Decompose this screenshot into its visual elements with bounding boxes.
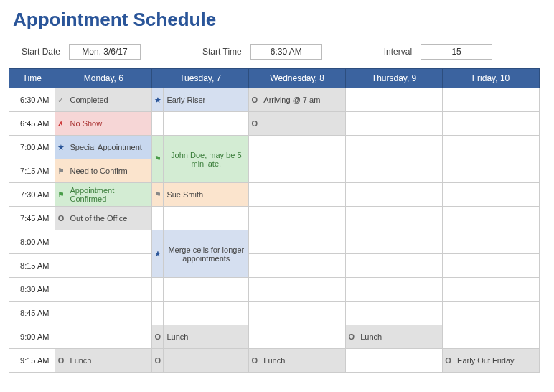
cell-icon[interactable] — [346, 349, 357, 373]
cell[interactable]: Need to Confirm — [67, 159, 152, 183]
cell-icon[interactable] — [249, 159, 260, 183]
cell[interactable] — [357, 88, 443, 112]
cell-icon[interactable] — [443, 207, 454, 230]
cell-icon[interactable] — [443, 112, 454, 136]
cell-icon[interactable] — [152, 207, 164, 230]
cell-icon[interactable] — [443, 230, 454, 254]
cell-icon[interactable]: ⚑ — [55, 159, 67, 183]
cell-icon[interactable]: O — [249, 112, 260, 136]
cell[interactable] — [357, 230, 443, 254]
cell[interactable] — [164, 112, 249, 136]
cell[interactable] — [67, 278, 152, 302]
cell[interactable]: Arriving @ 7 am — [260, 88, 346, 112]
cell-icon[interactable]: O — [346, 325, 357, 349]
cell[interactable] — [357, 207, 443, 230]
cell-icon[interactable] — [346, 254, 357, 278]
cell-icon[interactable]: ⚑ — [152, 136, 164, 183]
cell[interactable]: Early Out Friday — [454, 349, 540, 373]
cell[interactable] — [67, 325, 152, 349]
cell[interactable] — [454, 159, 540, 183]
cell-icon[interactable]: O — [443, 349, 454, 373]
cell-icon[interactable]: O — [249, 88, 260, 112]
cell[interactable]: Appointment Confirmed — [67, 183, 152, 207]
cell-icon[interactable] — [249, 254, 260, 278]
cell[interactable] — [164, 302, 249, 325]
cell-icon[interactable] — [443, 136, 454, 159]
cell-icon[interactable] — [443, 254, 454, 278]
cell[interactable] — [260, 183, 346, 207]
cell-icon[interactable] — [346, 136, 357, 159]
cell[interactable] — [357, 254, 443, 278]
cell[interactable] — [454, 136, 540, 159]
cell[interactable] — [357, 112, 443, 136]
cell[interactable]: John Doe, may be 5 min late. — [164, 136, 249, 183]
cell-icon[interactable]: ✓ — [55, 88, 67, 112]
cell-icon[interactable] — [443, 278, 454, 302]
cell[interactable] — [454, 112, 540, 136]
cell-icon[interactable] — [443, 325, 454, 349]
cell[interactable] — [454, 207, 540, 230]
cell[interactable] — [454, 183, 540, 207]
cell-icon[interactable]: O — [55, 349, 67, 373]
cell-icon[interactable] — [55, 230, 67, 254]
cell-icon[interactable] — [152, 302, 164, 325]
cell[interactable] — [454, 88, 540, 112]
cell-icon[interactable] — [55, 254, 67, 278]
cell-icon[interactable]: O — [249, 349, 260, 373]
cell-icon[interactable]: ★ — [152, 230, 164, 278]
cell[interactable]: Out of the Office — [67, 207, 152, 230]
cell[interactable] — [164, 278, 249, 302]
cell[interactable] — [260, 207, 346, 230]
cell[interactable]: Early Riser — [164, 88, 249, 112]
cell-icon[interactable] — [249, 302, 260, 325]
start-date-input[interactable]: Mon, 3/6/17 — [69, 44, 141, 60]
cell-icon[interactable]: ✗ — [55, 112, 67, 136]
cell-icon[interactable] — [346, 183, 357, 207]
cell[interactable] — [454, 254, 540, 278]
cell-icon[interactable] — [346, 278, 357, 302]
cell-icon[interactable] — [346, 207, 357, 230]
cell[interactable]: Special Appointment — [67, 136, 152, 159]
cell[interactable] — [454, 230, 540, 254]
cell-icon[interactable] — [346, 112, 357, 136]
interval-input[interactable]: 15 — [421, 44, 492, 60]
cell-icon[interactable] — [152, 112, 164, 136]
cell[interactable]: Lunch — [67, 349, 152, 373]
cell[interactable] — [357, 278, 443, 302]
cell[interactable] — [454, 278, 540, 302]
cell-icon[interactable]: ★ — [152, 88, 164, 112]
cell-icon[interactable] — [443, 183, 454, 207]
cell-icon[interactable] — [346, 88, 357, 112]
cell-icon[interactable] — [249, 230, 260, 254]
cell[interactable] — [357, 183, 443, 207]
cell[interactable] — [260, 254, 346, 278]
cell[interactable] — [357, 159, 443, 183]
cell-icon[interactable] — [443, 159, 454, 183]
cell[interactable] — [260, 112, 346, 136]
cell-icon[interactable] — [346, 302, 357, 325]
cell[interactable] — [260, 278, 346, 302]
cell[interactable]: No Show — [67, 112, 152, 136]
cell-icon[interactable]: O — [55, 207, 67, 230]
cell[interactable]: Lunch — [357, 325, 443, 349]
cell[interactable] — [454, 325, 540, 349]
cell[interactable] — [357, 302, 443, 325]
cell[interactable]: Sue Smith — [164, 183, 249, 207]
cell-icon[interactable] — [443, 302, 454, 325]
cell[interactable] — [454, 302, 540, 325]
cell-icon[interactable]: ⚑ — [55, 183, 67, 207]
cell[interactable]: Lunch — [260, 349, 346, 373]
cell-icon[interactable] — [346, 230, 357, 254]
cell[interactable] — [260, 302, 346, 325]
cell[interactable] — [260, 230, 346, 254]
cell-icon[interactable] — [249, 136, 260, 159]
cell-icon[interactable] — [346, 159, 357, 183]
cell[interactable] — [260, 159, 346, 183]
cell[interactable] — [260, 325, 346, 349]
cell-icon[interactable]: O — [152, 349, 164, 373]
cell-icon[interactable] — [55, 278, 67, 302]
cell-icon[interactable]: ★ — [55, 136, 67, 159]
start-time-input[interactable]: 6:30 AM — [250, 44, 322, 60]
cell[interactable]: Lunch — [164, 325, 249, 349]
cell-icon[interactable]: ⚑ — [152, 183, 164, 207]
